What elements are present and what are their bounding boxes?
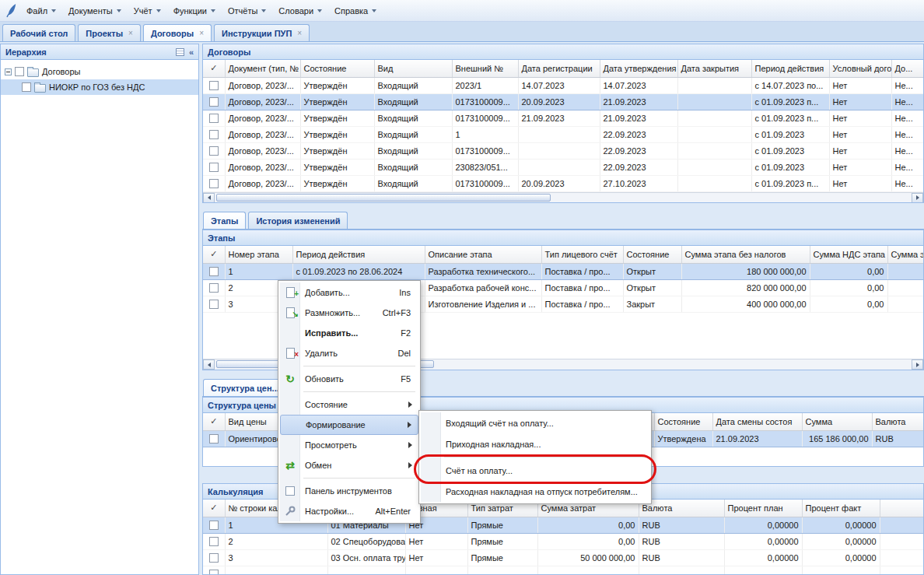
select-all-header[interactable]: ✓ [203, 500, 225, 517]
column-header[interactable]: Состояние [654, 413, 712, 430]
column-header[interactable]: Описание этапа [425, 246, 541, 263]
row-checkbox[interactable] [209, 267, 219, 276]
menu-reports[interactable]: Отчёты [222, 3, 272, 19]
column-header[interactable]: Сумма НДС этапа [810, 246, 887, 263]
scroll-left-button[interactable] [203, 359, 215, 370]
column-header[interactable]: Процент факт [802, 500, 880, 517]
menu-dictionaries[interactable]: Словари [272, 3, 328, 19]
tree-checkbox[interactable] [22, 82, 31, 92]
column-header[interactable]: Дата смены состоя [712, 413, 802, 430]
column-header[interactable]: Дата утверждения [600, 60, 677, 77]
table-row[interactable]: Договор, 2023/...УтверждёнВходящий017310… [203, 175, 924, 191]
collapse-panel-icon[interactable]: « [189, 47, 194, 57]
row-checkbox[interactable] [209, 130, 219, 139]
tree-node-niokr[interactable]: НИОКР по ГОЗ без НДС [1, 79, 198, 95]
row-checkbox[interactable] [209, 521, 219, 530]
menu-item-delete[interactable]: × Удалить Del [280, 343, 418, 363]
column-header[interactable]: Период действия [751, 60, 829, 77]
menu-item-duplicate[interactable]: ↘ Размножить... Ctrl+F3 [280, 303, 418, 323]
row-checkbox[interactable] [209, 434, 219, 444]
horizontal-scrollbar[interactable] [203, 192, 923, 203]
column-header[interactable]: Валюта [872, 413, 924, 430]
row-checkbox[interactable] [209, 300, 219, 309]
row-checkbox[interactable] [209, 97, 219, 107]
tab-desktop[interactable]: Рабочий стол [2, 24, 75, 41]
table-row[interactable]: 1с 01.09.2023 по 28.06.2024Разработка те… [203, 263, 924, 279]
menu-help[interactable]: Справка [328, 3, 383, 19]
tree-expander-icon[interactable] [5, 68, 12, 75]
column-header[interactable]: Состояние [623, 246, 681, 263]
column-header[interactable]: Дата закрытия [677, 60, 751, 77]
submenu-item-receipt-note[interactable]: Приходная накладная... [421, 433, 649, 454]
menu-item-view[interactable]: Просмотреть [280, 435, 418, 455]
column-header[interactable]: Сумма эт... [887, 246, 924, 263]
row-checkbox[interactable] [209, 553, 219, 563]
column-header[interactable]: Сумма [802, 413, 872, 430]
table-row[interactable]: Договор, 2023/...УтверждёнВходящий122.09… [203, 126, 924, 142]
row-checkbox[interactable] [209, 114, 219, 123]
tab-price-structure[interactable]: Структура цен... [203, 379, 287, 396]
column-header[interactable]: Сумма этапа без налогов [681, 246, 810, 263]
scroll-right-button[interactable] [912, 359, 923, 370]
tab-instructions[interactable]: Инструкции ПУП× [214, 24, 310, 41]
menu-item-add[interactable]: + Добавить... Ins [280, 282, 418, 303]
select-all-header[interactable]: ✓ [203, 413, 225, 430]
row-checkbox[interactable] [209, 283, 219, 293]
scroll-left-button[interactable] [203, 193, 215, 203]
column-header[interactable]: Период действия [292, 246, 425, 263]
column-header[interactable]: До... [891, 60, 924, 77]
column-header[interactable]: Тип лицевого счёт [541, 246, 623, 263]
submenu-item-expense-note[interactable]: Расходная накладная на отпуск потребител… [421, 481, 649, 502]
table-row[interactable]: Договор, 2023/...УтверждёнВходящий017310… [203, 110, 924, 126]
menu-item-exchange[interactable]: ⇄ Обмен [280, 455, 418, 475]
menu-file[interactable]: Файл [20, 3, 62, 19]
close-icon[interactable]: × [128, 30, 133, 37]
row-checkbox[interactable] [209, 537, 219, 546]
scrollbar-thumb[interactable] [216, 194, 551, 202]
table-row[interactable]: Договор, 2023/...УтверждёнВходящий2023/1… [203, 77, 924, 93]
column-header[interactable]: Процент план [724, 500, 802, 517]
menu-item-refresh[interactable]: ↻ Обновить F5 [280, 369, 418, 389]
column-header[interactable]: Состояние [300, 60, 374, 77]
table-row[interactable]: 202 СпецоборудованиеНетПрямые0,00RUB0,00… [203, 533, 924, 549]
row-checkbox[interactable] [209, 146, 219, 156]
tree-checkbox[interactable] [15, 67, 24, 76]
close-icon[interactable]: × [297, 30, 302, 37]
column-header[interactable]: Вид [374, 60, 452, 77]
menu-item-state[interactable]: Состояние [280, 394, 418, 415]
menu-item-settings[interactable]: Настройки... Alt+Enter [280, 501, 418, 521]
submenu-item-payment-invoice[interactable]: Счёт на оплату... [421, 460, 649, 481]
row-checkbox[interactable] [209, 179, 219, 188]
column-header[interactable]: Условный договор [829, 60, 891, 77]
row-checkbox[interactable] [209, 570, 219, 575]
column-settings-icon[interactable] [176, 48, 184, 56]
menu-functions[interactable]: Функции [167, 3, 222, 19]
tab-projects[interactable]: Проекты× [78, 24, 141, 41]
table-row[interactable]: 303 Осн. оплата трудаНетПрямые50 000 000… [203, 549, 924, 566]
menu-item-edit[interactable]: Исправить... F2 [280, 323, 418, 343]
scroll-right-button[interactable] [912, 193, 923, 203]
table-row[interactable]: Договор, 2023/...УтверждёнВходящий017310… [203, 93, 924, 110]
menu-item-generate[interactable]: Формирование [280, 415, 418, 435]
column-header[interactable]: Дата регистрации [518, 60, 600, 77]
menu-documents[interactable]: Документы [62, 3, 128, 19]
column-header[interactable]: Документ (тип, № [225, 60, 300, 77]
table-row[interactable]: Договор, 2023/...УтверждёнВходящий017310… [203, 142, 924, 159]
tab-stages[interactable]: Этапы [203, 212, 246, 229]
select-all-header[interactable]: ✓ [203, 60, 225, 77]
tab-contracts[interactable]: Договоры× [143, 24, 212, 41]
table-row[interactable]: Договор, 2023/...УтверждёнВходящий230823… [203, 159, 924, 175]
submenu-item-incoming-invoice[interactable]: Входящий счёт на оплату... [421, 412, 649, 433]
row-checkbox[interactable] [209, 163, 219, 172]
column-header[interactable] [880, 500, 924, 517]
tree-node-contracts[interactable]: Договоры [1, 64, 198, 79]
close-icon[interactable]: × [199, 30, 204, 37]
column-header[interactable]: Номер этапа [225, 246, 292, 263]
menu-accounting[interactable]: Учёт [128, 3, 167, 19]
row-checkbox[interactable] [209, 81, 219, 90]
tab-change-history[interactable]: История изменений [248, 212, 348, 229]
table-row[interactable] [203, 566, 924, 575]
select-all-header[interactable]: ✓ [203, 246, 225, 263]
menu-item-toolbar[interactable]: Панель инструментов [280, 481, 418, 501]
column-header[interactable]: Внешний № [452, 60, 518, 77]
